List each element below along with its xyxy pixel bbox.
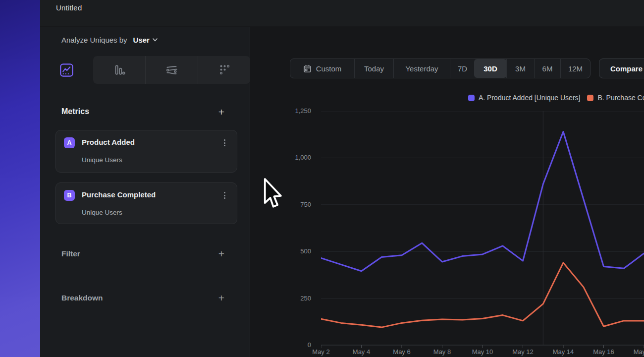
x-tick-label: May 14 xyxy=(553,348,574,356)
screen: Untitled Analyze Uniques by User xyxy=(0,0,644,357)
chart-type-tabs xyxy=(40,56,250,84)
range-label: 30D xyxy=(483,64,497,73)
tab-grid[interactable] xyxy=(198,56,250,84)
legend-swatch-b xyxy=(587,95,593,101)
y-tick-label: 1,250 xyxy=(281,107,311,115)
range-label: Yesterday xyxy=(405,64,438,73)
range-label: 7D xyxy=(458,64,467,73)
x-tick-label: May 6 xyxy=(393,348,410,356)
range-custom[interactable]: Custom xyxy=(290,59,354,78)
tab-bar-chart[interactable] xyxy=(93,56,145,84)
calendar-icon xyxy=(303,64,312,73)
metric-card-b[interactable]: B Purchase Completed Unique Users xyxy=(55,182,237,224)
metric-card-a[interactable]: A Product Added Unique Users xyxy=(55,130,237,173)
metric-badge-a: A xyxy=(64,137,75,148)
metric-options-icon[interactable] xyxy=(220,190,229,201)
y-tick-label: 0 xyxy=(281,341,311,349)
metrics-header: Metrics xyxy=(61,107,89,116)
range-label: 12M xyxy=(568,64,583,73)
add-breakdown-button[interactable]: + xyxy=(216,293,226,303)
x-tick-label: May 18 xyxy=(634,348,644,356)
range-6m[interactable]: 6M xyxy=(534,59,560,78)
legend-item-b[interactable]: B. Purchase Completed [Unique Users] xyxy=(587,94,644,102)
legend-label: B. Purchase Completed [Unique Users] xyxy=(597,94,644,102)
date-range-selector: Custom Today Yesterday 7D 30D 3M 6M 12M xyxy=(290,59,590,78)
x-tick-label: May 16 xyxy=(593,348,614,356)
y-tick-label: 1,000 xyxy=(281,154,311,161)
tab-flows[interactable] xyxy=(145,56,198,84)
analyze-by-row: Analyze Uniques by User xyxy=(61,36,158,44)
chart-plot[interactable] xyxy=(321,111,644,349)
legend-swatch-a xyxy=(468,95,475,101)
background-gradient xyxy=(0,0,40,357)
metric-title: Product Added xyxy=(82,138,135,146)
range-12m[interactable]: 12M xyxy=(560,59,590,78)
line-chart-icon xyxy=(60,63,73,77)
bar-chart-icon xyxy=(113,63,126,76)
x-tick-label: May 2 xyxy=(312,348,329,356)
analyze-by-value: User xyxy=(133,36,150,44)
chart-legend: A. Product Added [Unique Users] B. Purch… xyxy=(468,94,644,102)
chart-panel: Custom Today Yesterday 7D 30D 3M 6M 12M … xyxy=(251,27,644,357)
flows-icon xyxy=(165,63,178,77)
range-label: 6M xyxy=(542,64,553,73)
analyze-by-selector[interactable]: User xyxy=(133,36,158,44)
chevron-down-icon xyxy=(153,38,158,42)
range-30d[interactable]: 30D xyxy=(474,59,507,78)
line-chart xyxy=(321,111,644,349)
range-label: Custom xyxy=(316,64,342,73)
tab-line-chart[interactable] xyxy=(40,56,93,84)
breakdown-header: Breakdown xyxy=(61,294,103,302)
analyze-by-label: Analyze Uniques by xyxy=(61,36,127,44)
range-yesterday[interactable]: Yesterday xyxy=(393,59,450,78)
metric-subtitle[interactable]: Unique Users xyxy=(82,156,122,164)
y-tick-label: 250 xyxy=(281,295,311,302)
query-sidebar: Analyze Uniques by User xyxy=(40,27,250,357)
legend-label: A. Product Added [Unique Users] xyxy=(479,94,580,102)
range-label: 3M xyxy=(515,64,526,73)
app-window: Untitled Analyze Uniques by User xyxy=(40,0,644,357)
range-label: Today xyxy=(364,64,384,73)
x-tick-label: May 8 xyxy=(433,348,451,356)
x-tick-label: May 4 xyxy=(353,348,370,356)
add-filter-button[interactable]: + xyxy=(216,249,226,259)
metric-badge-b: B xyxy=(64,190,75,201)
compare-button[interactable]: Compare xyxy=(599,59,644,78)
range-7d[interactable]: 7D xyxy=(450,59,475,78)
add-metric-button[interactable]: + xyxy=(216,107,226,117)
filter-header: Filter xyxy=(61,249,80,258)
x-tick-label: May 10 xyxy=(472,348,493,356)
x-tick-label: May 12 xyxy=(512,348,534,356)
metric-options-icon[interactable] xyxy=(220,137,229,148)
grid-dots-icon xyxy=(218,63,231,76)
metric-title: Purchase Completed xyxy=(82,190,156,199)
top-bar: Untitled xyxy=(40,0,644,26)
report-title[interactable]: Untitled xyxy=(56,3,82,12)
range-3m[interactable]: 3M xyxy=(506,59,534,78)
legend-item-a[interactable]: A. Product Added [Unique Users] xyxy=(468,94,580,102)
y-tick-label: 750 xyxy=(281,201,311,208)
chart-type-tabstrip xyxy=(93,56,250,84)
metric-subtitle[interactable]: Unique Users xyxy=(82,209,122,216)
range-today[interactable]: Today xyxy=(354,59,393,78)
y-tick-label: 500 xyxy=(281,247,311,255)
